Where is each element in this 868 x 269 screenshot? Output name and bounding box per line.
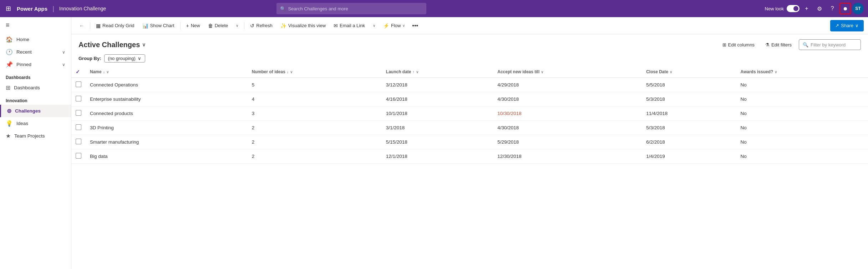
sidebar-item-ideas[interactable]: 💡 Ideas	[0, 117, 71, 130]
edit-columns-button[interactable]: ⊞ Edit columns	[719, 40, 758, 49]
pin-icon: 📌	[6, 61, 13, 68]
help-icon-btn[interactable]: ?	[827, 3, 838, 14]
plus-icon-btn[interactable]: +	[801, 3, 812, 14]
row-checkbox[interactable]	[76, 139, 81, 144]
avatar[interactable]: ST	[852, 3, 864, 14]
group-by-select[interactable]: (no grouping) ∨	[104, 54, 145, 63]
cell-name: Enterprise sustainability	[86, 92, 248, 106]
sidebar-item-dashboards[interactable]: ⊞ Dashboards	[0, 81, 71, 94]
cell-name: 3D Printing	[86, 121, 248, 135]
refresh-button[interactable]: ↺ Refresh	[247, 20, 276, 31]
more-button[interactable]: •••	[409, 20, 421, 31]
sidebar-item-home[interactable]: 🏠 Home	[0, 33, 71, 46]
innovation-section-label: Innovation	[0, 94, 71, 105]
row-checkbox-cell	[71, 135, 86, 149]
filter-keyword-input[interactable]	[811, 42, 857, 48]
readonly-grid-button[interactable]: ▦ Read Only Grid	[92, 20, 138, 31]
share-button[interactable]: ↗ Share ∨	[830, 20, 864, 31]
sidebar-item-pinned[interactable]: 📌 Pinned ∨	[0, 58, 71, 71]
sidebar-item-challenges[interactable]: ⊚ Challenges	[0, 105, 71, 117]
view-title-chevron-icon[interactable]: ∨	[142, 42, 146, 48]
th-name-filter-icon[interactable]: ∨	[106, 70, 109, 74]
sidebar-item-team-projects[interactable]: ★ Team Projects	[0, 130, 71, 142]
edit-filters-button[interactable]: ⚗ Edit filters	[762, 40, 795, 49]
row-checkbox-cell	[71, 92, 86, 106]
cell-name: Big data	[86, 149, 248, 164]
table-row[interactable]: Connected products 3 10/1/2018 10/30/201…	[71, 106, 868, 121]
cmd-separator-3	[244, 22, 244, 29]
cell-record-col	[859, 121, 868, 135]
cell-launch: 10/1/2018	[382, 106, 493, 121]
visualize-button[interactable]: ✨ Visualize this view	[277, 20, 329, 31]
table-row[interactable]: Smarter manufacturing 2 5/15/2018 5/29/2…	[71, 135, 868, 149]
cell-awards: No	[736, 78, 859, 92]
show-chart-button[interactable]: 📊 Show Chart	[139, 20, 178, 31]
new-look-toggle[interactable]	[787, 5, 800, 12]
filter-search-icon: 🔍	[803, 42, 808, 48]
refresh-icon: ↺	[250, 23, 254, 29]
share-icon: ↗	[835, 23, 839, 28]
cell-awards: No	[736, 135, 859, 149]
new-look-label: New look	[765, 6, 784, 11]
th-name-sort-icon[interactable]: ↓	[103, 70, 105, 74]
row-checkbox[interactable]	[76, 124, 81, 130]
email-dropdown-button[interactable]: ∨	[369, 20, 379, 31]
cell-launch: 4/16/2018	[382, 92, 493, 106]
th-awards-label: Awards issued?	[740, 69, 773, 74]
sidebar-toggle[interactable]: ≡	[0, 17, 71, 33]
search-input[interactable]	[288, 6, 423, 11]
row-checkbox-cell	[71, 78, 86, 92]
sidebar-item-recent[interactable]: 🕐 Recent ∨	[0, 46, 71, 58]
th-launch-sort-icon[interactable]: ↑	[413, 70, 415, 74]
recent-icon: 🕐	[6, 49, 13, 55]
th-close: Close Date ∨	[642, 66, 736, 78]
group-by-arrow-icon: ∨	[138, 56, 141, 61]
view-title: Active Challenges ∨	[78, 41, 146, 49]
edit-filters-icon: ⚗	[765, 42, 770, 48]
delete-button[interactable]: 🗑 Delete	[204, 20, 232, 31]
th-awards-filter-icon[interactable]: ∨	[775, 70, 777, 74]
visualize-label: Visualize this view	[288, 23, 326, 28]
th-accept-label: Accept new ideas till	[497, 69, 539, 74]
flow-button[interactable]: ⚡ Flow ∨	[380, 20, 408, 31]
record-icon-btn[interactable]: ⏺	[839, 3, 851, 14]
table-row[interactable]: Big data 2 12/1/2018 12/30/2018 1/4/2019…	[71, 149, 868, 164]
readonly-grid-icon: ▦	[96, 23, 101, 29]
cell-ideas: 5	[248, 78, 382, 92]
filter-search[interactable]: 🔍	[799, 39, 861, 50]
cell-close: 1/4/2019	[642, 149, 736, 164]
global-search[interactable]: 🔍	[276, 3, 426, 14]
table-row[interactable]: Enterprise sustainability 4 4/16/2018 4/…	[71, 92, 868, 106]
th-launch-filter-icon[interactable]: ∨	[416, 70, 418, 74]
cell-awards: No	[736, 92, 859, 106]
th-accept-filter-icon[interactable]: ∨	[541, 70, 543, 74]
delete-dropdown-button[interactable]: ∨	[232, 20, 242, 31]
row-checkbox[interactable]	[76, 110, 81, 116]
row-checkbox[interactable]	[76, 96, 81, 101]
new-button[interactable]: + New	[183, 20, 204, 31]
cmd-separator-2	[180, 22, 181, 29]
email-link-button[interactable]: ✉ Email a Link	[330, 20, 369, 31]
row-checkbox[interactable]	[76, 153, 81, 159]
cell-close: 11/4/2018	[642, 106, 736, 121]
main-layout: ≡ 🏠 Home 🕐 Recent ∨ 📌 Pinned ∨ Dashboard…	[0, 17, 868, 269]
th-close-filter-icon[interactable]: ∨	[670, 70, 672, 74]
select-all-checkbox[interactable]: ✓	[76, 69, 80, 75]
th-ideas-sort-icon[interactable]: ↓	[287, 70, 289, 74]
th-ideas-filter-icon[interactable]: ∨	[290, 70, 293, 74]
row-checkbox-cell	[71, 121, 86, 135]
row-checkbox[interactable]	[76, 81, 81, 87]
waffle-icon[interactable]: ⊞	[4, 3, 12, 14]
cell-close: 6/2/2018	[642, 135, 736, 149]
view-header: Active Challenges ∨ ⊞ Edit columns ⚗ Edi…	[71, 34, 868, 53]
table-row[interactable]: Connected Operations 5 3/12/2018 4/29/20…	[71, 78, 868, 92]
challenges-table: ✓ Name ↓ ∨ Number of ide	[71, 66, 868, 164]
show-chart-icon: 📊	[142, 23, 148, 29]
cell-close: 5/3/2018	[642, 121, 736, 135]
settings-icon-btn[interactable]: ⚙	[814, 3, 825, 14]
recent-chevron-icon: ∨	[62, 50, 65, 55]
back-button[interactable]: ←	[76, 20, 88, 31]
table-row[interactable]: 3D Printing 2 3/1/2018 4/30/2018 5/3/201…	[71, 121, 868, 135]
view-title-text: Active Challenges	[78, 41, 140, 49]
back-icon: ←	[79, 23, 84, 29]
